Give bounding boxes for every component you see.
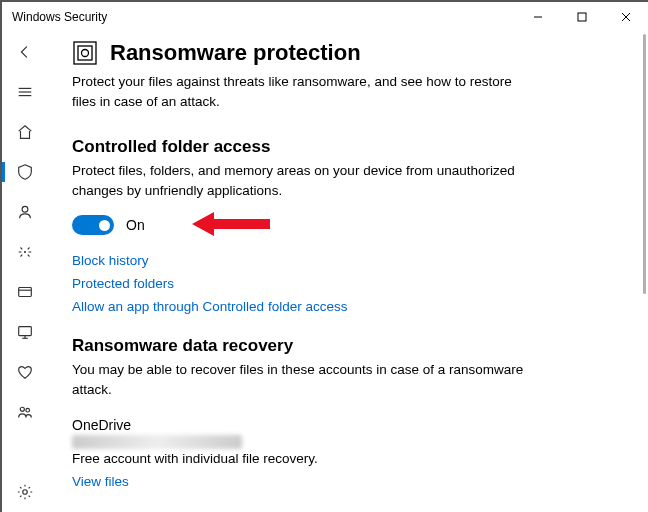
scrollbar[interactable]: [643, 34, 646, 294]
nav-account[interactable]: [2, 192, 48, 232]
minimize-button[interactable]: [516, 2, 560, 32]
titlebar: Windows Security: [2, 2, 648, 32]
nav-app-browser[interactable]: [2, 272, 48, 312]
svg-marker-20: [192, 212, 270, 236]
nav-family[interactable]: [2, 392, 48, 432]
page-description: Protect your files against threats like …: [72, 72, 532, 113]
link-block-history[interactable]: Block history: [72, 253, 618, 268]
recovery-description: You may be able to recover files in thes…: [72, 360, 532, 401]
svg-point-16: [23, 490, 28, 495]
back-button[interactable]: [2, 32, 48, 72]
svg-point-7: [22, 206, 28, 212]
cfa-description: Protect files, folders, and memory areas…: [72, 161, 532, 202]
recovery-provider-desc: Free account with individual file recove…: [72, 451, 618, 466]
nav-device-security[interactable]: [2, 312, 48, 352]
window-title: Windows Security: [12, 10, 516, 24]
svg-point-8: [24, 251, 26, 253]
recovery-title: Ransomware data recovery: [72, 336, 618, 356]
svg-rect-1: [578, 13, 586, 21]
nav-firewall[interactable]: [2, 232, 48, 272]
cfa-toggle[interactable]: [72, 215, 114, 235]
annotation-arrow: [192, 209, 272, 239]
link-allow-app[interactable]: Allow an app through Controlled folder a…: [72, 299, 618, 314]
window-controls: [516, 2, 648, 32]
svg-point-19: [82, 50, 89, 57]
nav-device-performance[interactable]: [2, 352, 48, 392]
maximize-button[interactable]: [560, 2, 604, 32]
cfa-toggle-state: On: [126, 217, 145, 233]
page-title: Ransomware protection: [72, 40, 618, 66]
link-protected-folders[interactable]: Protected folders: [72, 276, 618, 291]
menu-button[interactable]: [2, 72, 48, 112]
svg-point-14: [20, 407, 24, 411]
svg-rect-18: [78, 46, 92, 60]
main-content: Ransomware protection Protect your files…: [48, 32, 648, 512]
recovery-account-redacted: [72, 435, 242, 449]
nav-virus-threat[interactable]: [2, 152, 48, 192]
nav-home[interactable]: [2, 112, 48, 152]
link-view-files[interactable]: View files: [72, 474, 618, 489]
nav-settings[interactable]: [2, 472, 48, 512]
close-button[interactable]: [604, 2, 648, 32]
page-title-text: Ransomware protection: [110, 40, 361, 66]
svg-rect-11: [19, 327, 32, 336]
cfa-title: Controlled folder access: [72, 137, 618, 157]
recovery-provider: OneDrive: [72, 417, 618, 433]
sidebar: [2, 32, 48, 512]
ransomware-icon: [72, 40, 98, 66]
svg-rect-17: [74, 42, 96, 64]
svg-point-15: [26, 408, 30, 412]
svg-rect-9: [19, 288, 32, 297]
